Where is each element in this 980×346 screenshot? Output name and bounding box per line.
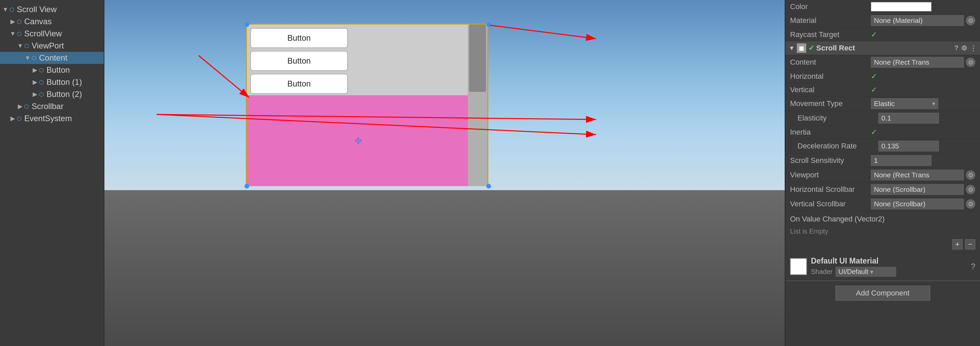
material-value-field[interactable]: None (Material) [871,15,964,26]
hierarchy-label-button1: Button (1) [46,78,82,87]
scroll-view-inner: Button Button Button ✥ [247,25,469,186]
scroll-rect-settings-icon[interactable]: ⚙ [961,44,967,52]
hierarchy-panel: ▼⬡Scroll View▶⬡Canvas▼⬡ScrollView▼⬡ViewP… [0,0,104,346]
hierarchy-icon-button1: ⬡ [38,78,45,86]
pink-content-area: ✥ [247,95,469,186]
expand-arrow-content[interactable]: ▼ [25,55,30,60]
handle-bottom-left[interactable] [245,184,249,189]
hierarchy-item-button2[interactable]: ▶⬡Button (2) [0,88,104,100]
hierarchy-label-content: Content [39,53,67,63]
transform-gizmo: ✥ [354,135,362,146]
dropdown-3[interactable]: Elastic▾ [871,98,938,109]
inspector-row-label-10: Vertical Scrollbar [790,200,871,208]
inspector-row-value-0: None (Rect Trans⊙ [871,57,975,68]
ui-button-1[interactable]: Button [250,28,348,48]
handle-top-right[interactable] [486,22,491,27]
inspector-panel: Color Material None (Material) ⊙ Raycast… [785,0,980,346]
checkbox-5[interactable]: ✓ [871,128,877,136]
inspector-row-3: Movement TypeElastic▾ [785,97,980,111]
inspector-row-label-1: Horizontal [790,72,871,81]
hierarchy-label-button2: Button (2) [46,89,82,99]
raycast-target-check[interactable]: ✓ [871,30,877,39]
checkbox-1[interactable]: ✓ [871,72,877,81]
scroll-rect-enable-check[interactable]: ✓ [808,44,814,52]
hierarchy-items: ▼⬡Scroll View▶⬡Canvas▼⬡ScrollView▼⬡ViewP… [0,3,104,125]
default-ui-material-section: Default UI Material Shader UI/Default ▾ … [785,253,980,280]
inspector-row-9: Horizontal ScrollbarNone (Scrollbar)⊙ [785,183,980,197]
expand-arrow-eventsystem[interactable]: ▶ [10,116,16,121]
scroll-rect-toggle[interactable]: ▼ [789,45,795,52]
hierarchy-item-content[interactable]: ▼⬡Content [0,52,104,64]
object-picker-btn-8[interactable]: ⊙ [966,170,975,180]
expand-arrow-scroll-view-root[interactable]: ▼ [3,7,8,12]
inspector-row-label-6: Deceleration Rate [797,142,878,151]
hierarchy-icon-button2: ⬡ [38,90,45,98]
object-field-10[interactable]: None (Scrollbar) [871,198,964,210]
inspector-row-value-10: None (Scrollbar)⊙ [871,198,975,210]
inspector-row-value-9: None (Scrollbar)⊙ [871,184,975,195]
add-component-button[interactable]: Add Component [835,286,930,300]
hierarchy-label-viewport: ViewPort [32,41,64,51]
object-picker-btn-0[interactable]: ⊙ [966,57,975,67]
shader-dropdown[interactable]: UI/Default ▾ [835,267,896,277]
buttons-area: Button Button Button [250,28,365,97]
material-help-icon[interactable]: ? [971,262,975,271]
ui-button-2[interactable]: Button [250,51,348,71]
input-field-7[interactable]: 1 [871,155,932,166]
checkbox-2[interactable]: ✓ [871,86,877,94]
input-field-6[interactable]: 0.135 [878,141,939,151]
expand-arrow-scrollview[interactable]: ▼ [10,31,16,37]
hierarchy-icon-scrollbar: ⬡ [23,103,30,110]
hierarchy-item-scroll-view-root[interactable]: ▼⬡Scroll View [0,3,104,16]
scroll-rect-help-icon[interactable]: ? [955,44,958,52]
object-picker-btn-9[interactable]: ⊙ [966,185,975,194]
expand-arrow-scrollbar[interactable]: ▶ [18,104,23,109]
scrollbar-track[interactable] [468,25,487,186]
input-field-4[interactable]: 0.1 [878,113,939,124]
hierarchy-item-viewport[interactable]: ▼⬡ViewPort [0,40,104,52]
hierarchy-item-canvas[interactable]: ▶⬡Canvas [0,16,104,28]
inspector-row-7: Scroll Sensitivity1 [785,154,980,168]
expand-arrow-button1[interactable]: ▶ [32,79,38,85]
hierarchy-item-button1[interactable]: ▶⬡Button (1) [0,76,104,88]
hierarchy-item-eventsystem[interactable]: ▶⬡EventSystem [0,113,104,125]
hierarchy-icon-scroll-view-root: ⬡ [8,6,16,13]
list-empty-text: List is Empty [790,225,975,237]
inspector-row-1: Horizontal✓ [785,70,980,83]
object-field-8[interactable]: None (Rect Trans [871,170,964,180]
hierarchy-item-scrollview[interactable]: ▼⬡ScrollView [0,28,104,40]
inspector-row-label-8: Viewport [790,171,871,179]
object-field-9[interactable]: None (Scrollbar) [871,184,964,195]
inspector-row-value-3: Elastic▾ [871,98,975,109]
scroll-rect-actions: ? ⚙ ⋮ [955,44,977,52]
expand-arrow-viewport[interactable]: ▼ [18,43,23,48]
inspector-row-value-5: ✓ [871,128,975,136]
inspector-row-value-6: 0.135 [878,141,975,151]
scroll-rect-menu-icon[interactable]: ⋮ [970,44,977,52]
object-picker-btn-10[interactable]: ⊙ [966,199,975,209]
ui-button-3[interactable]: Button [250,74,348,94]
list-remove-btn[interactable]: − [965,239,975,249]
handle-bottom-right[interactable] [486,184,491,189]
scrollbar-handle[interactable] [469,25,486,92]
inspector-row-value-2: ✓ [871,86,975,94]
handle-top-left[interactable] [245,22,249,27]
hierarchy-icon-canvas: ⬡ [16,18,23,25]
color-swatch[interactable] [871,2,932,11]
list-action-bar: + − [790,239,975,249]
inspector-rows-container: ContentNone (Rect Trans⊙Horizontal✓Verti… [785,55,980,211]
hierarchy-item-button[interactable]: ▶⬡Button [0,64,104,76]
expand-arrow-canvas[interactable]: ▶ [10,19,16,24]
hierarchy-label-scroll-view-root: Scroll View [17,5,57,14]
object-field-0[interactable]: None (Rect Trans [871,57,964,68]
raycast-target-value: ✓ [871,30,975,39]
expand-arrow-button2[interactable]: ▶ [32,92,38,97]
expand-arrow-button[interactable]: ▶ [32,67,38,73]
hierarchy-label-scrollview: ScrollView [24,29,62,38]
material-picker-btn[interactable]: ⊙ [966,16,975,25]
list-add-btn[interactable]: + [952,239,963,249]
inspector-row-5: Inertia✓ [785,125,980,139]
hierarchy-item-scrollbar[interactable]: ▶⬡Scrollbar [0,100,104,113]
scroll-view-ui: Button Button Button ✥ [246,24,488,185]
inspector-row-4: Elasticity0.1 [785,111,980,125]
